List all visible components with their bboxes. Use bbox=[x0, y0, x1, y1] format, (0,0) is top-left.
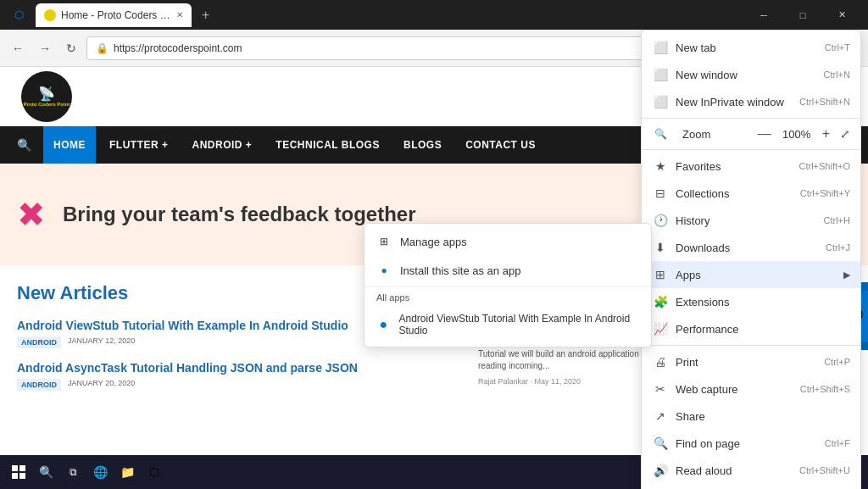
performance-icon: 📈 bbox=[652, 320, 669, 337]
forward-button[interactable]: → bbox=[34, 38, 56, 58]
context-menu: ⬜ New tab Ctrl+T ⬜ New window Ctrl+N ⬜ N… bbox=[641, 30, 861, 489]
favorites-shortcut: Ctrl+Shift+O bbox=[798, 161, 850, 171]
tab-title: Home - Proto Coders Point bbox=[61, 9, 171, 21]
find-icon: 🔍 bbox=[652, 435, 669, 452]
menu-web-capture[interactable]: ✂ Web capture Ctrl+Shift+S bbox=[642, 375, 860, 403]
menu-history[interactable]: 🕐 History Ctrl+H bbox=[642, 207, 860, 234]
zoom-value: 100% bbox=[782, 128, 812, 141]
nav-item-android[interactable]: ANDROID + bbox=[182, 126, 263, 164]
chrome-taskbar[interactable]: ⬡ bbox=[142, 460, 166, 484]
nav-item-flutter[interactable]: FLUTTER + bbox=[99, 126, 179, 164]
web-capture-label: Web capture bbox=[676, 383, 800, 396]
find-label: Find on page bbox=[676, 437, 825, 450]
menu-new-tab[interactable]: ⬜ New tab Ctrl+T bbox=[642, 34, 860, 61]
separator-3 bbox=[642, 345, 860, 346]
favorites-menu-icon: ★ bbox=[652, 158, 669, 175]
menu-find[interactable]: 🔍 Find on page Ctrl+F bbox=[642, 430, 860, 457]
window-controls: ─ □ ✕ bbox=[744, 0, 861, 30]
banner-text: Bring your team's feedback together bbox=[63, 203, 415, 226]
apps-icon: ⊞ bbox=[652, 266, 669, 283]
inprivate-label: New InPrivate window bbox=[676, 96, 799, 108]
new-window-shortcut: Ctrl+N bbox=[824, 69, 850, 80]
menu-extensions[interactable]: 🧩 Extensions bbox=[642, 288, 860, 315]
article-tag-1: ANDROID bbox=[17, 336, 61, 348]
install-site-label: Install this site as an app bbox=[400, 264, 520, 277]
nav-item-home[interactable]: HOME bbox=[43, 126, 96, 164]
apps-submenu: ⊞ Manage apps ● Install this site as an … bbox=[364, 223, 652, 347]
close-button[interactable]: ✕ bbox=[822, 0, 861, 30]
site-logo: 📡 Proto Coders Point bbox=[17, 67, 76, 126]
lock-icon: 🔒 bbox=[96, 42, 108, 54]
apps-arrow: ▶ bbox=[843, 270, 850, 281]
nav-item-contact[interactable]: CONTACT US bbox=[455, 126, 546, 164]
article-date-1: JANUARY 12, 2020 bbox=[68, 336, 135, 348]
manage-apps-item[interactable]: ⊞ Manage apps bbox=[364, 227, 651, 256]
print-label: Print bbox=[676, 356, 824, 369]
new-tab-button[interactable]: + bbox=[197, 8, 214, 23]
article-meta-2: ANDROID JANUARY 20, 2020 bbox=[17, 379, 461, 391]
task-view-button[interactable]: ⧉ bbox=[61, 460, 85, 484]
edge-favicon: ⬡ bbox=[7, 3, 31, 27]
url-text: https://protocoderspoint.com bbox=[114, 42, 242, 54]
nav-item-blogs[interactable]: BLOGS bbox=[393, 126, 452, 164]
downloads-label: Downloads bbox=[676, 242, 826, 254]
menu-inprivate[interactable]: ⬜ New InPrivate window Ctrl+Shift+N bbox=[642, 88, 860, 115]
banner-logo: ✖ bbox=[17, 195, 46, 234]
extensions-label: Extensions bbox=[676, 296, 850, 308]
new-window-label: New window bbox=[676, 69, 824, 81]
article-date-2: JANUARY 20, 2020 bbox=[68, 379, 135, 391]
article-tag-2: ANDROID bbox=[17, 379, 61, 391]
tab-strip: ⬡ Home - Proto Coders Point ✕ + bbox=[7, 3, 214, 27]
downloads-icon: ⬇ bbox=[652, 239, 669, 256]
install-site-icon: ● bbox=[376, 263, 392, 278]
collections-shortcut: Ctrl+Shift+Y bbox=[800, 188, 850, 198]
svg-rect-2 bbox=[12, 473, 18, 479]
zoom-expand-button[interactable]: ⤢ bbox=[840, 127, 850, 141]
downloads-shortcut: Ctrl+J bbox=[826, 242, 850, 253]
inprivate-shortcut: Ctrl+Shift+N bbox=[799, 97, 850, 107]
search-icon[interactable]: 🔍 bbox=[17, 138, 31, 152]
menu-collections[interactable]: ⊟ Collections Ctrl+Shift+Y bbox=[642, 180, 860, 207]
read-aloud-shortcut: Ctrl+Shift+U bbox=[799, 465, 850, 475]
manage-apps-label: Manage apps bbox=[400, 236, 467, 248]
edge-taskbar[interactable]: 🌐 bbox=[88, 460, 112, 484]
zoom-in-button[interactable]: + bbox=[819, 125, 833, 143]
history-label: History bbox=[676, 214, 824, 227]
menu-share[interactable]: ↗ Share bbox=[642, 403, 860, 430]
maximize-button[interactable]: □ bbox=[783, 0, 822, 30]
android-viewstub-item[interactable]: ● Android ViewStub Tutorial With Example… bbox=[364, 306, 651, 343]
start-button[interactable] bbox=[7, 460, 31, 484]
share-icon: ↗ bbox=[652, 408, 669, 425]
minimize-button[interactable]: ─ bbox=[744, 0, 783, 30]
tab-close-button[interactable]: ✕ bbox=[176, 10, 183, 19]
svg-rect-3 bbox=[19, 473, 25, 479]
menu-downloads[interactable]: ⬇ Downloads Ctrl+J bbox=[642, 234, 860, 261]
zoom-label: Zoom bbox=[682, 128, 748, 141]
share-label: Share bbox=[676, 410, 850, 423]
menu-apps[interactable]: ⊞ Apps ▶ bbox=[642, 261, 860, 288]
separator-2 bbox=[642, 149, 860, 150]
manage-apps-icon: ⊞ bbox=[376, 234, 392, 249]
search-taskbar-button[interactable]: 🔍 bbox=[34, 460, 58, 484]
url-bar[interactable]: 🔒 https://protocoderspoint.com bbox=[86, 36, 683, 60]
nav-item-technical[interactable]: TECHNICAL BLOGS bbox=[265, 126, 390, 164]
new-window-icon: ⬜ bbox=[652, 66, 669, 83]
menu-print[interactable]: 🖨 Print Ctrl+P bbox=[642, 348, 860, 375]
print-icon: 🖨 bbox=[652, 353, 669, 370]
explorer-taskbar[interactable]: 📁 bbox=[115, 460, 139, 484]
back-button[interactable]: ← bbox=[7, 38, 29, 58]
browser-tab[interactable]: Home - Proto Coders Point ✕ bbox=[36, 3, 192, 27]
find-shortcut: Ctrl+F bbox=[825, 438, 850, 448]
web-capture-icon: ✂ bbox=[652, 381, 669, 397]
menu-new-window[interactable]: ⬜ New window Ctrl+N bbox=[642, 61, 860, 88]
menu-favorites[interactable]: ★ Favorites Ctrl+Shift+O bbox=[642, 153, 860, 180]
separator-1 bbox=[642, 118, 860, 119]
menu-more-tools[interactable]: ⚒ More tools ▶ bbox=[642, 484, 860, 489]
menu-performance[interactable]: 📈 Performance bbox=[642, 315, 860, 342]
zoom-out-button[interactable]: — bbox=[754, 125, 775, 143]
read-aloud-label: Read aloud bbox=[676, 464, 799, 477]
install-site-item[interactable]: ● Install this site as an app bbox=[364, 256, 651, 285]
article-title-2[interactable]: Android AsyncTask Tutorial Handling JSON… bbox=[17, 360, 461, 375]
refresh-button[interactable]: ↻ bbox=[61, 38, 81, 58]
menu-read-aloud[interactable]: 🔊 Read aloud Ctrl+Shift+U bbox=[642, 457, 860, 484]
